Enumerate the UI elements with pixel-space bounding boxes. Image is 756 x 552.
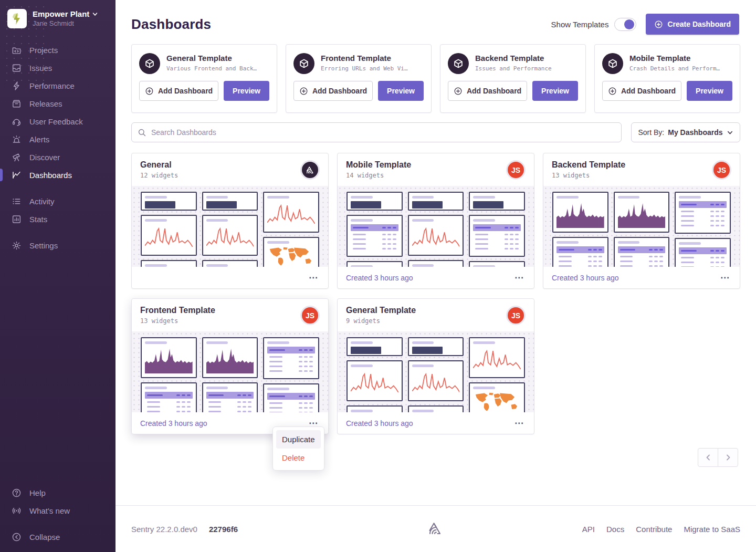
mini-widget-bignumber bbox=[346, 337, 403, 356]
dashboards-icon bbox=[11, 170, 22, 180]
template-card-general-template: General Template Various Frontend and Ba… bbox=[131, 44, 277, 113]
cube-icon bbox=[448, 53, 469, 74]
card-context-menu-button[interactable]: ⋯ bbox=[308, 273, 320, 283]
dashboard-widget-count: 9 widgets bbox=[346, 317, 506, 325]
menu-item-delete[interactable]: Delete bbox=[276, 449, 321, 467]
sidebar-item-performance[interactable]: Performance bbox=[0, 77, 116, 95]
mini-widget-line-chart bbox=[202, 215, 258, 256]
dashboard-title: Backend Template bbox=[552, 160, 712, 170]
preview-button[interactable]: Preview bbox=[224, 81, 269, 101]
mini-widget-bignumber bbox=[469, 261, 525, 267]
dashboard-preview bbox=[338, 331, 534, 412]
mini-widget-table bbox=[263, 337, 319, 379]
footer-build-hash[interactable]: 22796f6 bbox=[209, 525, 238, 534]
dashboard-card-general[interactable]: General 12 widgets ⋯ bbox=[131, 153, 329, 289]
mini-widget-line-chart bbox=[141, 215, 197, 256]
sidebar-item-collapse[interactable]: Collapse bbox=[0, 528, 116, 546]
user-avatar: JS bbox=[506, 306, 526, 325]
org-avatar bbox=[7, 9, 27, 28]
preview-button[interactable]: Preview bbox=[532, 81, 578, 101]
show-templates-toggle[interactable] bbox=[614, 18, 636, 31]
preview-button[interactable]: Preview bbox=[687, 81, 732, 101]
add-dashboard-button[interactable]: Add Dashboard bbox=[293, 81, 373, 101]
search-icon bbox=[138, 128, 146, 137]
previous-page-button[interactable] bbox=[698, 448, 718, 467]
chevron-down-icon bbox=[727, 129, 733, 136]
user-avatar: JS bbox=[712, 160, 731, 180]
sidebar-item-what-s-new[interactable]: What's new bbox=[0, 502, 116, 519]
template-card-frontend-template: Frontend Template Erroring URLs and Web … bbox=[286, 44, 432, 113]
sidebar-item-stats[interactable]: Stats bbox=[0, 210, 116, 228]
sort-by-dropdown[interactable]: Sort By: My Dashboards bbox=[631, 122, 740, 142]
footer-version: Sentry 22.2.0.dev0 bbox=[131, 525, 197, 534]
card-context-menu-button[interactable]: ⋯ bbox=[513, 273, 526, 283]
page-header: Dashboards Show Templates Create Dashboa… bbox=[116, 0, 756, 43]
sidebar-item-issues[interactable]: Issues bbox=[0, 59, 116, 77]
sidebar-item-activity[interactable]: Activity bbox=[0, 192, 116, 210]
mini-widget-bignumber bbox=[346, 192, 403, 211]
sidebar-nav: ProjectsIssuesPerformanceReleasesUser Fe… bbox=[0, 36, 116, 254]
empower-plant-logo-icon bbox=[10, 12, 24, 26]
dashboard-card-general-template[interactable]: General Template 9 widgets JS Created 3 … bbox=[337, 298, 534, 434]
footer-link-docs[interactable]: Docs bbox=[606, 525, 624, 534]
sidebar: Empower Plant Jane Schmidt ProjectsIssue… bbox=[0, 0, 116, 552]
mini-widget-line-chart bbox=[346, 360, 403, 401]
show-templates-label: Show Templates bbox=[551, 20, 609, 29]
settings-icon bbox=[11, 240, 22, 251]
sidebar-item-releases[interactable]: Releases bbox=[0, 95, 116, 112]
dashboard-title: Mobile Template bbox=[346, 160, 506, 170]
sidebar-item-alerts[interactable]: Alerts bbox=[0, 130, 116, 148]
mini-widget-bignumber bbox=[141, 192, 197, 211]
footer-link-api[interactable]: API bbox=[582, 525, 595, 534]
sidebar-item-dashboards[interactable]: Dashboards bbox=[0, 166, 116, 184]
alerts-icon bbox=[11, 134, 22, 144]
footer-links: APIDocsContributeMigrate to SaaS bbox=[530, 525, 740, 534]
preview-button[interactable]: Preview bbox=[378, 81, 424, 101]
chevron-left-icon bbox=[705, 454, 712, 461]
sidebar-item-discover[interactable]: Discover bbox=[0, 148, 116, 166]
mini-widget-bignumber bbox=[202, 260, 258, 267]
dashboard-card-backend-template[interactable]: Backend Template 13 widgets JS Created 3… bbox=[543, 153, 740, 289]
sidebar-item-projects[interactable]: Projects bbox=[0, 41, 116, 59]
add-dashboard-button[interactable]: Add Dashboard bbox=[448, 81, 527, 101]
card-context-menu-button[interactable]: ⋯ bbox=[513, 419, 526, 428]
search-input[interactable] bbox=[151, 128, 615, 137]
dashboard-card-frontend-template[interactable]: Frontend Template 13 widgets JS Created … bbox=[131, 298, 329, 434]
sidebar-item-help[interactable]: Help bbox=[0, 484, 116, 502]
card-context-menu-button[interactable]: ⋯ bbox=[719, 273, 731, 283]
template-description: Various Frontend and Back… bbox=[166, 65, 257, 72]
main-content: Dashboards Show Templates Create Dashboa… bbox=[116, 0, 756, 552]
mini-widget-bignumber bbox=[408, 260, 464, 267]
show-templates-control: Show Templates bbox=[551, 18, 637, 31]
created-timestamp: Created 3 hours ago bbox=[346, 419, 413, 428]
menu-item-duplicate[interactable]: Duplicate bbox=[276, 430, 321, 449]
create-dashboard-button[interactable]: Create Dashboard bbox=[646, 14, 739, 35]
created-timestamp: Created 3 hours ago bbox=[552, 274, 619, 282]
footer-link-migrate-to-saas[interactable]: Migrate to SaaS bbox=[684, 525, 740, 534]
dashboard-widget-count: 13 widgets bbox=[552, 172, 712, 179]
sidebar-item-settings[interactable]: Settings bbox=[0, 236, 116, 254]
mini-widget-area-chart bbox=[141, 337, 197, 378]
chevron-down-icon bbox=[92, 11, 98, 17]
dashboard-card-mobile-template[interactable]: Mobile Template 14 widgets JS Created 3 … bbox=[337, 153, 534, 289]
org-switcher[interactable]: Empower Plant Jane Schmidt bbox=[0, 0, 116, 36]
next-page-button[interactable] bbox=[718, 448, 738, 467]
dashboard-title: Frontend Template bbox=[140, 306, 300, 315]
dashboard-context-menu: DuplicateDelete bbox=[272, 426, 324, 471]
mini-widget-bignumber bbox=[202, 192, 258, 211]
broadcast-icon bbox=[11, 505, 22, 516]
add-dashboard-button[interactable]: Add Dashboard bbox=[602, 81, 681, 101]
dashboard-preview bbox=[132, 186, 328, 267]
sidebar-bottom-nav: HelpWhat's newCollapse bbox=[0, 484, 116, 552]
sidebar-item-user-feedback[interactable]: User Feedback bbox=[0, 112, 116, 130]
releases-icon bbox=[11, 98, 22, 109]
discover-icon bbox=[11, 152, 22, 162]
footer-link-contribute[interactable]: Contribute bbox=[636, 525, 672, 534]
add-dashboard-button[interactable]: Add Dashboard bbox=[139, 81, 218, 101]
dashboard-title: General Template bbox=[346, 306, 506, 315]
mini-widget-table bbox=[202, 382, 258, 412]
page-footer: Sentry 22.2.0.dev0 22796f6 APIDocsContri… bbox=[116, 505, 756, 552]
cube-icon bbox=[139, 53, 160, 74]
template-description: Issues and Performance bbox=[475, 65, 552, 72]
mini-widget-bignumber bbox=[408, 405, 464, 412]
